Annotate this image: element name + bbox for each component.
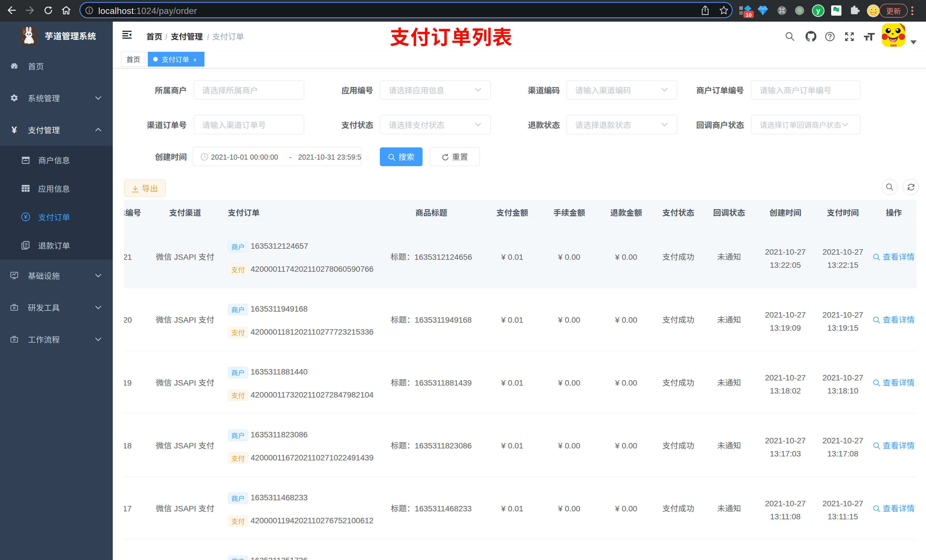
svg-text:y: y bbox=[816, 6, 820, 15]
svg-text:¥: ¥ bbox=[24, 214, 27, 220]
